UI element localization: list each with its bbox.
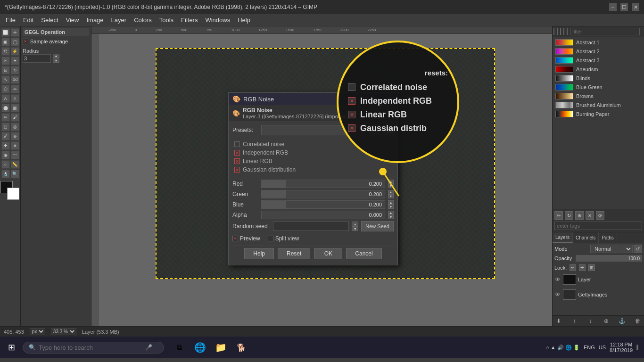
close-button[interactable]: ✕: [632, 3, 639, 11]
menu-item-filters[interactable]: Filters: [177, 16, 201, 25]
menu-item-file[interactable]: File: [2, 16, 19, 25]
gradient-item[interactable]: Burning Paper: [553, 110, 643, 118]
preview-checkbox-label[interactable]: ✕ Preview: [232, 235, 260, 242]
gradient-item[interactable]: Abstract 2: [553, 47, 643, 56]
tool-move[interactable]: ✛: [11, 28, 19, 37]
tool-shear[interactable]: ⌧: [11, 75, 19, 84]
tab-paths[interactable]: Paths: [599, 232, 617, 243]
chrome-button[interactable]: 🌐: [190, 338, 209, 357]
lock-alpha-icon[interactable]: ⊞: [588, 264, 595, 271]
slider-down[interactable]: ▼: [388, 205, 394, 209]
minimize-button[interactable]: –: [609, 3, 617, 11]
tool-color-picker[interactable]: 🔬: [1, 170, 10, 178]
gradient-item[interactable]: Aneurism: [553, 65, 643, 74]
search-input[interactable]: [39, 344, 142, 351]
sample-avg-checkbox[interactable]: ✕: [23, 39, 28, 44]
presets-select[interactable]: [261, 125, 367, 135]
radius-increment[interactable]: ▲: [53, 54, 59, 58]
tool-align[interactable]: ≡: [11, 94, 19, 103]
preset-checkbox[interactable]: [234, 141, 240, 147]
menu-item-help[interactable]: Help: [234, 16, 254, 25]
tag-reload-button[interactable]: ⟳: [596, 211, 604, 220]
layer-item[interactable]: 👁 GettyImages: [553, 287, 644, 302]
rgb-noise-dialog[interactable]: 🎨 RGB Noise ✕ 🎨 RGB Noise Layer-3 ([Gett…: [228, 92, 398, 265]
tool-fg-select[interactable]: ✦: [11, 57, 19, 65]
opacity-slider[interactable]: 100.0: [576, 255, 642, 262]
menu-item-windows[interactable]: Windows: [201, 16, 234, 25]
slider-up[interactable]: ▲: [388, 200, 394, 205]
tool-scale[interactable]: ⤡: [1, 75, 10, 84]
layer-anchor-button[interactable]: ⚓: [618, 317, 626, 325]
preset-checkbox[interactable]: ✕: [234, 167, 240, 173]
tool-crop[interactable]: ⊡: [1, 66, 10, 74]
tab-layers[interactable]: Layers: [553, 232, 573, 243]
tab-channels[interactable]: Channels: [573, 232, 599, 243]
layer-visibility-button[interactable]: 👁: [554, 276, 561, 283]
slider-track[interactable]: 0.200: [261, 200, 385, 209]
unit-select[interactable]: px: [30, 328, 45, 335]
layer-copy-button[interactable]: ⊕: [602, 317, 611, 325]
split-view-checkbox-label[interactable]: Split view: [268, 235, 299, 242]
dialog-titlebar[interactable]: 🎨 RGB Noise ✕: [229, 93, 397, 105]
maximize-button[interactable]: ☐: [620, 3, 628, 11]
show-desktop-button[interactable]: |: [636, 345, 638, 350]
rp-icon4[interactable]: [563, 28, 564, 35]
tool-perspective-clone[interactable]: ⋇: [11, 141, 19, 150]
zoom-select[interactable]: 33.3 %: [51, 328, 76, 335]
slider-down[interactable]: ▼: [388, 194, 394, 198]
lock-pixel-icon[interactable]: ✏: [570, 264, 576, 271]
tool-blend[interactable]: ▦: [11, 104, 19, 112]
tool-blur[interactable]: ◉: [1, 151, 10, 159]
menu-item-image[interactable]: Image: [83, 16, 107, 25]
menu-item-select[interactable]: Select: [37, 16, 62, 25]
split-view-checkbox[interactable]: [268, 236, 273, 241]
gradient-item[interactable]: Abstract 1: [553, 38, 643, 47]
tool-dodge[interactable]: ○: [1, 160, 10, 169]
tool-pencil[interactable]: ✏: [1, 113, 10, 122]
gradient-item[interactable]: Blinds: [553, 74, 643, 82]
presets-add-button[interactable]: +: [370, 125, 380, 135]
tool-text[interactable]: A: [1, 94, 10, 103]
tool-ellipse[interactable]: ◯: [11, 38, 19, 46]
gradient-item[interactable]: Brushed Aluminium: [553, 101, 643, 109]
background-color[interactable]: [7, 188, 19, 200]
tool-clone[interactable]: ⊕: [11, 132, 19, 140]
tool-rect[interactable]: ▣: [1, 38, 10, 46]
dialog-ok-button[interactable]: OK: [314, 248, 342, 259]
mode-reset-button[interactable]: ↺: [634, 245, 642, 253]
tool-paintbrush[interactable]: 🖌: [11, 113, 19, 122]
layer-new-button[interactable]: ⬇: [554, 317, 563, 325]
tool-eraser[interactable]: ◻: [1, 123, 10, 131]
tool-new[interactable]: ⬜: [1, 28, 10, 37]
rp-icon1[interactable]: [553, 28, 554, 35]
taskview-button[interactable]: ⧉: [170, 338, 189, 357]
gimp-button[interactable]: 🐕: [232, 338, 251, 357]
slider-track[interactable]: 0.200: [261, 180, 385, 188]
tool-bucket[interactable]: ⬤: [1, 104, 10, 112]
slider-track[interactable]: 0.200: [261, 190, 385, 198]
slider-track[interactable]: 0.000: [261, 211, 385, 219]
dialog-cancel-button[interactable]: Cancel: [346, 248, 381, 259]
slider-up[interactable]: ▲: [388, 180, 394, 184]
seed-up-button[interactable]: ▲: [352, 222, 358, 226]
layer-item[interactable]: 👁 Layer: [553, 272, 644, 287]
preset-checkbox[interactable]: ✕: [234, 158, 240, 164]
gradient-item[interactable]: Browns: [553, 92, 643, 100]
explorer-button[interactable]: 📁: [211, 338, 230, 357]
start-button[interactable]: ⊞: [2, 338, 21, 357]
tool-scissors[interactable]: ✂: [1, 57, 10, 65]
slider-down[interactable]: ▼: [388, 215, 394, 219]
gradient-item[interactable]: Blue Green: [553, 83, 643, 91]
tool-fuzzy[interactable]: ⚡: [11, 47, 19, 56]
layer-visibility-button[interactable]: 👁: [554, 291, 561, 298]
menu-item-tools[interactable]: Tools: [156, 16, 177, 25]
layer-down-button[interactable]: ↓: [586, 317, 594, 325]
preset-checkbox[interactable]: ✕: [234, 150, 240, 156]
tool-free[interactable]: ꔫ: [1, 47, 10, 56]
seed-input[interactable]: 0: [273, 222, 349, 231]
radius-input[interactable]: [23, 54, 51, 63]
tool-perspective[interactable]: ⬠: [1, 85, 10, 93]
tag-delete-button[interactable]: ✕: [586, 211, 594, 220]
tool-flip[interactable]: ⇔: [11, 85, 19, 93]
layer-delete-button[interactable]: 🗑: [634, 317, 642, 325]
